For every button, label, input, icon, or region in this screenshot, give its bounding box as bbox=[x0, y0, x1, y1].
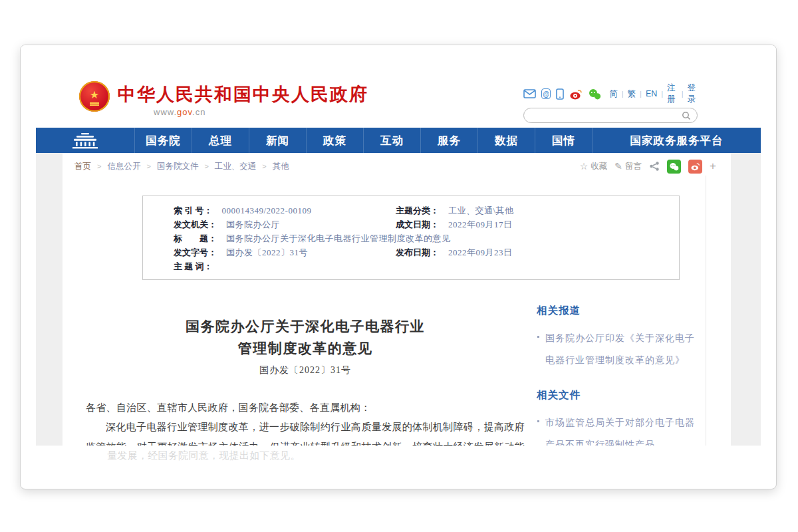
article-doc-number: 国办发〔2022〕31号 bbox=[86, 364, 525, 376]
search-box bbox=[523, 108, 698, 123]
url-www: www. bbox=[154, 107, 177, 117]
site-url: www.gov.cn bbox=[154, 107, 205, 117]
meta-right-column: 主题分类：工业、交通\其他 成文日期：2022年09月17日 发布日期：2022… bbox=[396, 203, 675, 259]
meta-label: 主题分类： bbox=[396, 203, 439, 217]
related-file-link[interactable]: 市场监管总局关于对部分电子电器产品不再实行强制性产品 bbox=[537, 412, 703, 446]
breadcrumb-info-disclosure[interactable]: 信息公开 bbox=[107, 161, 140, 172]
mail-icon[interactable] bbox=[523, 89, 536, 98]
url-cn: .cn bbox=[192, 107, 205, 117]
lang-separator: | bbox=[622, 90, 624, 98]
document-meta-table: 索 引 号：000014349/2022-00109 发文机关：国务院办公厅 标… bbox=[142, 196, 680, 280]
meta-label: 发文机关： bbox=[174, 217, 217, 231]
nav-item-data[interactable]: 数据 bbox=[477, 128, 535, 153]
browser-page-card: ★ 中华人民共和国中央人民政府 www.gov.cn @ bbox=[20, 45, 777, 489]
nav-item-services[interactable]: 服务 bbox=[420, 128, 477, 153]
wechat-icon[interactable] bbox=[588, 88, 601, 100]
favorite-button[interactable]: ☆收藏 bbox=[580, 161, 608, 172]
email-alias-icon[interactable]: @ bbox=[541, 88, 551, 99]
content-panel: 首页 > 信息公开 > 国务院文件 > 工业、交通 > 其他 ☆收藏 ✎留言 bbox=[63, 153, 731, 446]
breadcrumb-separator: > bbox=[146, 162, 150, 170]
meta-value: 工业、交通\其他 bbox=[448, 203, 514, 217]
meta-value: 2022年09月23日 bbox=[448, 245, 513, 259]
breadcrumb-industry-transport[interactable]: 工业、交通 bbox=[215, 161, 257, 172]
share-weibo-icon[interactable] bbox=[688, 160, 702, 174]
meta-value: 国办发〔2022〕31号 bbox=[226, 245, 308, 259]
header-icons-row: @ 简 | 繁 | EN | 注册 | bbox=[523, 86, 698, 101]
breadcrumb-separator: > bbox=[204, 162, 208, 170]
meta-row-keywords: 主 题 词： bbox=[174, 259, 679, 273]
lang-simplified[interactable]: 简 bbox=[609, 88, 618, 100]
article: 国务院办公厅关于深化电子电器行业 管理制度改革的意见 国办发〔2022〕31号 … bbox=[86, 280, 525, 446]
site-header: ★ 中华人民共和国中央人民政府 www.gov.cn @ bbox=[21, 45, 776, 128]
article-title-line2: 管理制度改革的意见 bbox=[86, 338, 525, 360]
meta-row-written-date: 成文日期：2022年09月17日 bbox=[396, 217, 675, 231]
search-icon[interactable] bbox=[682, 111, 691, 123]
related-report-link[interactable]: 国务院办公厅印发《关于深化电子电器行业管理制度改革的意见》 bbox=[537, 327, 703, 371]
article-salutation: 各省、自治区、直辖市人民政府，国务院各部委、各直属机构： bbox=[86, 398, 525, 418]
meta-label: 索 引 号： bbox=[174, 203, 213, 217]
meta-value: 2022年09月17日 bbox=[448, 217, 513, 231]
content-row: 国务院办公厅关于深化电子电器行业 管理制度改革的意见 国办发〔2022〕31号 … bbox=[86, 280, 731, 446]
nav-item-gov-service-platform[interactable]: 国家政务服务平台 bbox=[592, 128, 761, 153]
more-share-button[interactable]: + bbox=[710, 160, 716, 173]
meta-label: 发文字号： bbox=[174, 245, 217, 259]
nav-item-policy[interactable]: 政策 bbox=[306, 128, 363, 153]
meta-value: 000014349/2022-00109 bbox=[222, 203, 312, 217]
meta-label: 成文日期： bbox=[396, 217, 439, 231]
meta-label: 发布日期： bbox=[396, 245, 439, 259]
search-input[interactable] bbox=[532, 109, 678, 122]
main-nav: 国务院 总理 新闻 政策 互动 服务 数据 国情 国家政务服务平台 bbox=[36, 128, 761, 153]
url-gov: gov bbox=[177, 107, 192, 117]
page-tools: ☆收藏 ✎留言 + bbox=[580, 160, 716, 174]
star-icon: ☆ bbox=[580, 161, 589, 172]
header-right-cluster: @ 简 | 繁 | EN | 注册 | bbox=[523, 86, 698, 123]
comment-label: 留言 bbox=[625, 161, 642, 172]
meta-label: 标 题： bbox=[174, 231, 217, 245]
page-body: 首页 > 信息公开 > 国务院文件 > 工业、交通 > 其他 ☆收藏 ✎留言 bbox=[36, 153, 761, 446]
content-right-divider bbox=[706, 176, 706, 446]
emblem-star-icon: ★ bbox=[90, 90, 99, 100]
meta-label: 主 题 词： bbox=[174, 259, 213, 273]
related-reports-title: 相关报道 bbox=[537, 304, 703, 318]
lang-separator: | bbox=[661, 90, 663, 98]
nav-item-national-conditions[interactable]: 国情 bbox=[535, 128, 592, 153]
meta-row-category: 主题分类：工业、交通\其他 bbox=[396, 203, 675, 217]
emblem-gate-icon bbox=[90, 102, 99, 104]
breadcrumb: 首页 > 信息公开 > 国务院文件 > 工业、交通 > 其他 bbox=[74, 161, 289, 172]
weibo-icon[interactable] bbox=[569, 88, 583, 100]
lang-english[interactable]: EN bbox=[646, 89, 657, 98]
article-paragraph: 深化电子电器行业管理制度改革，进一步破除制约行业高质量发展的体制机制障碍，提高政… bbox=[86, 418, 525, 446]
lang-separator: | bbox=[682, 90, 684, 98]
lang-traditional[interactable]: 繁 bbox=[628, 88, 636, 100]
related-files-title: 相关文件 bbox=[537, 388, 703, 402]
meta-row-publish-date: 发布日期：2022年09月23日 bbox=[396, 245, 675, 259]
meta-value: 国务院办公厅 bbox=[226, 217, 280, 231]
breadcrumb-state-council-docs[interactable]: 国务院文件 bbox=[157, 161, 199, 172]
nav-item-interaction[interactable]: 互动 bbox=[363, 128, 420, 153]
login-link[interactable]: 登录 bbox=[688, 82, 698, 105]
favorite-label: 收藏 bbox=[591, 161, 607, 172]
breadcrumb-home[interactable]: 首页 bbox=[74, 161, 91, 172]
nav-item-news[interactable]: 新闻 bbox=[249, 128, 306, 153]
national-emblem-logo[interactable]: ★ bbox=[79, 81, 110, 112]
comment-button[interactable]: ✎留言 bbox=[614, 161, 642, 172]
breadcrumb-other[interactable]: 其他 bbox=[273, 161, 289, 172]
lang-links: 简 | 繁 | EN | 注册 | 登录 bbox=[609, 82, 698, 105]
article-title-line1: 国务院办公厅关于深化电子电器行业 bbox=[86, 316, 525, 338]
article-title: 国务院办公厅关于深化电子电器行业 管理制度改革的意见 bbox=[86, 316, 525, 360]
lang-separator: | bbox=[640, 90, 642, 98]
nav-item-premier[interactable]: 总理 bbox=[192, 128, 249, 153]
related-sidebar: 相关报道 国务院办公厅印发《关于深化电子电器行业管理制度改革的意见》 相关文件 … bbox=[537, 280, 703, 446]
share-button[interactable] bbox=[649, 161, 660, 172]
meta-row-spacer bbox=[396, 231, 675, 245]
faded-cutoff-text: 量发展，经国务院同意，现提出如下意见。 bbox=[87, 450, 776, 462]
breadcrumb-row: 首页 > 信息公开 > 国务院文件 > 工业、交通 > 其他 ☆收藏 ✎留言 bbox=[63, 153, 731, 173]
mobile-icon[interactable] bbox=[556, 88, 564, 100]
nav-home-tiananmen-icon[interactable] bbox=[36, 128, 134, 153]
breadcrumb-separator: > bbox=[97, 162, 101, 170]
share-wechat-icon[interactable] bbox=[667, 160, 681, 174]
site-title: 中华人民共和国中央人民政府 bbox=[118, 82, 368, 106]
breadcrumb-separator: > bbox=[262, 162, 266, 170]
register-link[interactable]: 注册 bbox=[667, 82, 677, 105]
nav-item-state-council[interactable]: 国务院 bbox=[134, 128, 192, 153]
